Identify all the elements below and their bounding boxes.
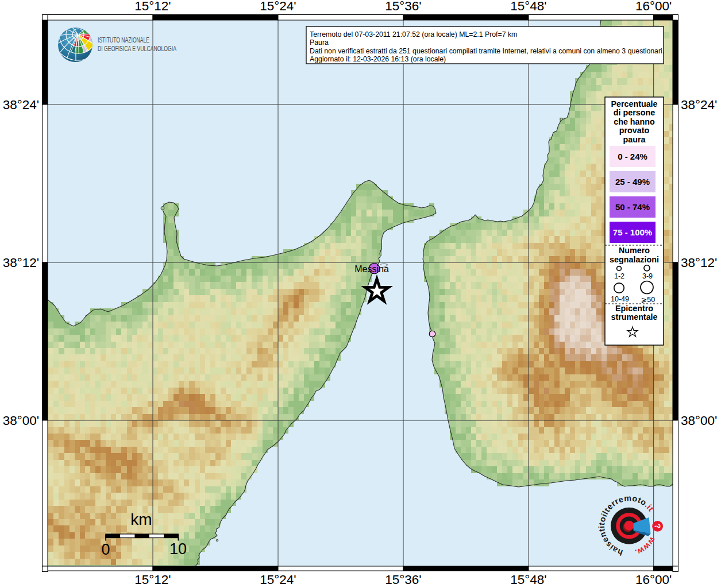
svg-text:15°12': 15°12' <box>134 0 171 13</box>
svg-text:10: 10 <box>169 540 187 558</box>
svg-text:10-49: 10-49 <box>611 295 629 303</box>
svg-text:che hanno: che hanno <box>614 117 655 126</box>
svg-text:Epicentro: Epicentro <box>615 304 653 313</box>
svg-text:75 - 100%: 75 - 100% <box>613 227 652 237</box>
svg-text:Numero: Numero <box>619 246 650 255</box>
svg-text:15°36': 15°36' <box>385 572 421 587</box>
svg-text:16°00': 16°00' <box>635 572 672 587</box>
svg-text:Messina: Messina <box>354 264 389 274</box>
svg-text:25 - 49%: 25 - 49% <box>615 177 650 187</box>
svg-text:0 - 24%: 0 - 24% <box>618 152 647 161</box>
svg-text:15°36': 15°36' <box>385 0 421 13</box>
svg-text:strumentale: strumentale <box>611 312 657 322</box>
svg-text:km: km <box>130 510 152 528</box>
svg-text:15°24': 15°24' <box>260 0 296 13</box>
svg-text:0: 0 <box>101 541 110 558</box>
svg-text:15°24': 15°24' <box>260 572 296 587</box>
svg-text:38°12': 38°12' <box>681 256 717 270</box>
svg-text:50 - 74%: 50 - 74% <box>615 202 650 212</box>
svg-text:38°24': 38°24' <box>681 98 717 112</box>
svg-text:16°00': 16°00' <box>635 0 672 13</box>
svg-text:15°12': 15°12' <box>134 572 171 587</box>
svg-text:Terremoto del 07-03-2011 21:07: Terremoto del 07-03-2011 21:07:52 (ora l… <box>310 30 517 38</box>
svg-text:15°48': 15°48' <box>510 572 546 587</box>
svg-text:Percentuale: Percentuale <box>611 99 657 109</box>
svg-text:paura: paura <box>623 135 646 144</box>
svg-text:38°00': 38°00' <box>3 413 39 428</box>
svg-text:3-9: 3-9 <box>642 272 653 280</box>
svg-text:Aggiornato il: 12-03-2026 16:1: Aggiornato il: 12-03-2026 16:13 (ora loc… <box>310 55 446 63</box>
svg-text:segnalazioni: segnalazioni <box>610 255 659 264</box>
svg-text:DI GEOFISICA E VULCANOLOGIA: DI GEOFISICA E VULCANOLOGIA <box>98 45 176 53</box>
svg-text:di persone: di persone <box>614 108 655 117</box>
svg-text:38°24': 38°24' <box>3 98 39 112</box>
svg-text:Paura: Paura <box>310 38 329 47</box>
svg-text:ISTITUTO NAZIONALE: ISTITUTO NAZIONALE <box>98 36 149 44</box>
svg-text:Dati non verificati estratti d: Dati non verificati estratti da 251 ques… <box>310 47 664 55</box>
svg-text:⩾50: ⩾50 <box>641 296 656 304</box>
svg-text:1-2: 1-2 <box>614 272 624 280</box>
svg-text:38°00': 38°00' <box>681 413 717 428</box>
svg-text:15°48': 15°48' <box>510 0 546 13</box>
svg-text:provato: provato <box>619 126 650 135</box>
svg-text:38°12': 38°12' <box>3 256 39 270</box>
